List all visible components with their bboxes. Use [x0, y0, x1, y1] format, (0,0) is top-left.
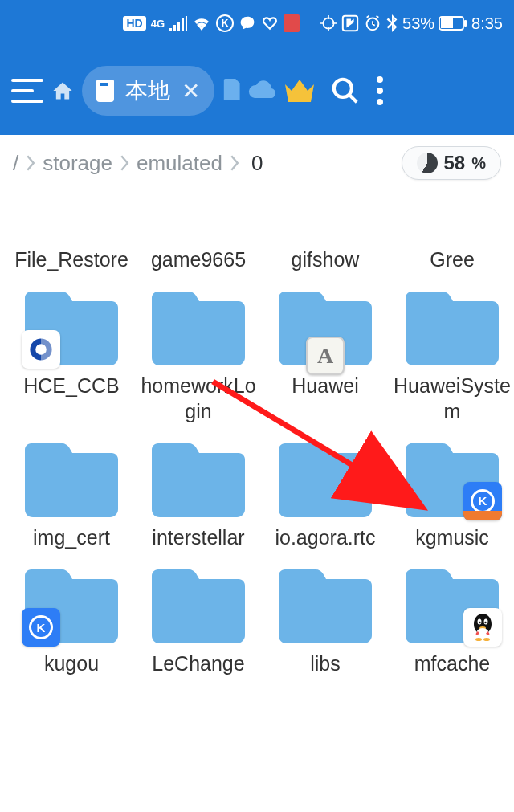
folder-icon: A — [274, 287, 377, 369]
status-right: 53% 8:35 — [320, 14, 503, 33]
folder-icon — [401, 201, 504, 243]
ccb-app-icon — [22, 330, 60, 369]
svg-rect-4 — [441, 18, 453, 28]
chevron-right-icon — [229, 155, 240, 171]
folder-label: gifshow — [265, 247, 386, 272]
bluetooth-icon — [386, 14, 398, 32]
folder-grid: File_Restore game9665 gifshow Gree HCE_C… — [0, 191, 514, 681]
folder-item[interactable]: game9665 — [135, 191, 262, 277]
folder-icon — [401, 565, 504, 647]
svg-point-11 — [484, 622, 486, 623]
svg-point-0 — [323, 18, 333, 28]
kugou-app-icon: K — [22, 608, 60, 647]
heart-icon — [261, 15, 279, 31]
folder-icon — [401, 287, 504, 369]
folder-icon — [147, 439, 250, 520]
status-bar: HD 4G K 53% 8:35 — [0, 0, 514, 47]
svg-point-14 — [475, 638, 482, 641]
folder-item[interactable]: HCE_CCB — [8, 277, 135, 429]
folder-icon: K — [20, 565, 123, 647]
folder-label: kugou — [11, 651, 132, 676]
folder-icon — [147, 287, 250, 369]
status-left: HD 4G K — [123, 14, 300, 32]
svg-rect-5 — [464, 20, 467, 27]
folder-label: interstellar — [138, 525, 259, 550]
folder-icon — [147, 565, 250, 647]
folder-label: File_Restore — [11, 247, 132, 272]
folder-label: mfcache — [392, 651, 512, 676]
sd-dim-icon[interactable] — [222, 79, 242, 103]
folder-icon — [20, 201, 123, 243]
nfc-icon — [341, 14, 359, 32]
tab-label: 本地 — [125, 75, 170, 106]
storage-usage-badge[interactable]: 58% — [402, 146, 502, 180]
folder-item[interactable]: HuaweiSystem — [389, 277, 514, 429]
font-a-icon: A — [306, 337, 345, 375]
folder-item[interactable]: io.agora.rtc — [262, 429, 389, 555]
folder-label: Huawei — [265, 373, 386, 398]
folder-icon — [274, 201, 377, 243]
chat-icon — [239, 15, 256, 31]
folder-label: kgmusic — [392, 525, 512, 550]
folder-icon — [147, 201, 250, 243]
alarm-icon — [364, 14, 381, 32]
crumb-storage[interactable]: storage — [43, 151, 112, 176]
folder-item[interactable]: img_cert — [8, 429, 135, 555]
crumb-emulated[interactable]: emulated — [137, 151, 222, 176]
book-icon — [284, 14, 300, 32]
breadcrumb: / storage emulated 0 58% — [0, 135, 514, 191]
app-k-icon: K — [216, 14, 234, 32]
kugou-app-icon: K — [463, 482, 502, 520]
storage-percent: 58 — [444, 152, 466, 174]
more-icon[interactable] — [377, 76, 383, 105]
crown-icon[interactable] — [284, 78, 316, 104]
folder-label: HCE_CCB — [11, 373, 132, 398]
folder-item[interactable]: homeworkLogin — [135, 277, 262, 429]
menu-icon[interactable] — [11, 79, 43, 103]
folder-item[interactable]: Gree — [389, 191, 514, 277]
folder-item[interactable]: A Huawei — [262, 277, 389, 429]
battery-icon — [439, 16, 467, 31]
qq-app-icon — [463, 608, 502, 647]
folder-label: io.agora.rtc — [265, 525, 386, 550]
signal-icon — [169, 16, 187, 31]
sd-card-icon — [96, 80, 114, 102]
home-icon[interactable] — [51, 80, 74, 102]
folder-label: Gree — [392, 247, 512, 272]
tab-local[interactable]: 本地 ✕ — [82, 66, 214, 116]
cloud-icon[interactable] — [248, 79, 275, 98]
folder-item[interactable]: gifshow — [262, 191, 389, 277]
folder-icon — [20, 287, 123, 369]
folder-icon — [274, 439, 377, 520]
folder-item[interactable]: interstellar — [135, 429, 262, 555]
folder-item[interactable]: K kgmusic — [389, 429, 514, 555]
close-tab-icon[interactable]: ✕ — [182, 78, 200, 104]
app-bar: 本地 ✕ — [0, 47, 514, 135]
chevron-right-icon — [25, 155, 36, 171]
folder-icon: K — [401, 439, 504, 520]
wifi-icon — [192, 16, 211, 31]
hd-icon: HD — [123, 16, 145, 31]
battery-percent: 53% — [402, 14, 434, 33]
folder-label: HuaweiSystem — [392, 373, 512, 424]
search-icon[interactable] — [330, 75, 361, 106]
folder-label: LeChange — [138, 651, 259, 676]
folder-icon — [274, 565, 377, 647]
folder-label: game9665 — [138, 247, 259, 272]
4g-icon: 4G — [151, 18, 165, 30]
folder-label: libs — [265, 651, 386, 676]
folder-label: img_cert — [11, 525, 132, 550]
pie-icon — [417, 153, 438, 173]
inactive-tabs — [222, 79, 275, 103]
folder-item[interactable]: File_Restore — [8, 191, 135, 277]
crumb-root[interactable]: / — [13, 151, 18, 176]
folder-label: homeworkLogin — [138, 373, 259, 424]
chevron-right-icon — [119, 155, 130, 171]
folder-item[interactable]: libs — [262, 555, 389, 681]
folder-item[interactable]: LeChange — [135, 555, 262, 681]
clock-time: 8:35 — [471, 14, 503, 33]
folder-item[interactable]: K kugou — [8, 555, 135, 681]
folder-item[interactable]: mfcache — [389, 555, 514, 681]
crumb-current: 0 — [251, 151, 263, 176]
folder-icon — [20, 439, 123, 520]
